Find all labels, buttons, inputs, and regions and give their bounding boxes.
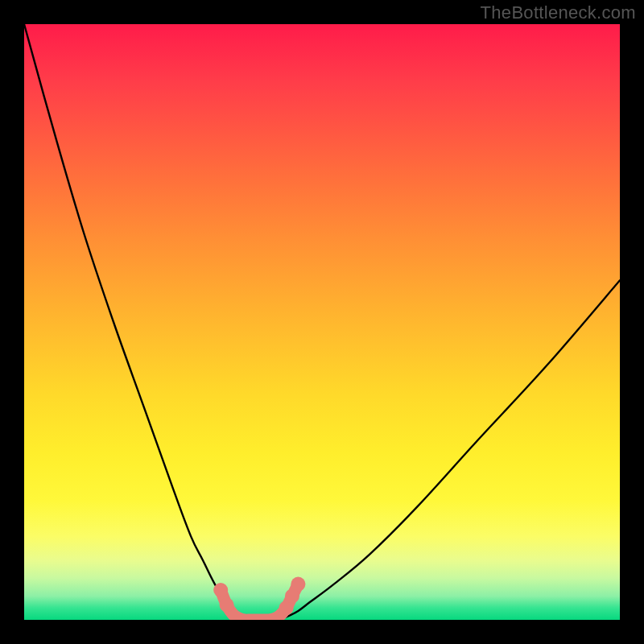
plot-area xyxy=(24,24,620,620)
bottleneck-curve xyxy=(24,24,620,620)
marker-dot xyxy=(220,598,234,613)
watermark-text: TheBottleneck.com xyxy=(481,2,636,23)
curve-svg xyxy=(24,24,620,620)
marker-dot xyxy=(291,577,305,592)
marker-dot xyxy=(213,583,228,597)
